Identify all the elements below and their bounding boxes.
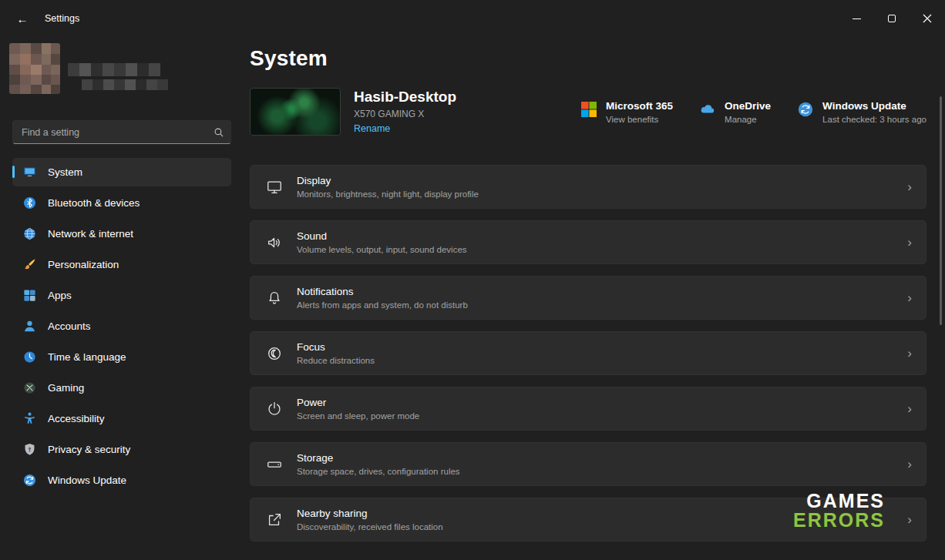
chevron-right-icon: › <box>907 236 912 249</box>
search-input[interactable] <box>22 127 214 138</box>
settings-row-focus[interactable]: Focus Reduce distractions › <box>250 331 927 375</box>
row-title: Power <box>297 397 419 408</box>
windows-update-card[interactable]: Windows Update Last checked: 3 hours ago <box>797 100 927 124</box>
onedrive-card[interactable]: OneDrive Manage <box>699 100 771 124</box>
bluetooth-icon <box>22 196 37 211</box>
quick-links: Microsoft 365 View benefits OneDrive Man… <box>580 100 927 124</box>
windows-update-icon <box>797 101 814 118</box>
close-icon <box>923 14 932 23</box>
nearby-sharing-icon <box>265 511 284 529</box>
row-subtitle: Alerts from apps and system, do not dist… <box>297 300 468 310</box>
row-title: Storage <box>297 452 460 464</box>
rename-link[interactable]: Rename <box>354 123 390 134</box>
accessibility-icon <box>22 411 37 427</box>
settings-row-notifications[interactable]: Notifications Alerts from apps and syste… <box>250 276 927 320</box>
page-title: System <box>250 46 927 71</box>
sidebar-item-time-language[interactable]: Time & language <box>12 343 231 371</box>
vertical-scrollbar[interactable] <box>940 96 942 325</box>
maximize-icon <box>888 15 896 22</box>
sidebar-item-label: Gaming <box>48 382 84 394</box>
notifications-icon <box>265 289 284 307</box>
settings-row-sound[interactable]: Sound Volume levels, output, input, soun… <box>250 220 927 264</box>
sidebar-item-label: Apps <box>48 290 72 301</box>
settings-row-display[interactable]: Display Monitors, brightness, night ligh… <box>250 165 927 209</box>
sidebar-item-label: Time & language <box>48 351 126 363</box>
quick-link-subtitle: View benefits <box>606 115 673 124</box>
quick-link-title: Windows Update <box>822 100 927 112</box>
content-area: System Bluetooth & devices Network & int… <box>0 37 945 560</box>
main-panel: System Hasib-Desktop X570 GAMING X Renam… <box>244 37 945 560</box>
storage-icon <box>265 455 284 474</box>
sidebar-item-label: Bluetooth & devices <box>48 197 140 209</box>
focus-icon <box>265 344 284 363</box>
personalization-icon <box>22 257 37 273</box>
sidebar-item-label: Network & internet <box>48 228 133 240</box>
row-subtitle: Volume levels, output, input, sound devi… <box>297 245 467 254</box>
accounts-icon <box>22 319 37 334</box>
minimize-button[interactable] <box>839 0 874 37</box>
window-title: Settings <box>45 13 79 24</box>
sidebar-item-label: System <box>48 166 82 178</box>
sidebar-item-personalization[interactable]: Personalization <box>12 250 231 279</box>
device-header: Hasib-Desktop X570 GAMING X Rename Micro… <box>250 88 927 136</box>
sidebar-item-label: Personalization <box>48 259 119 270</box>
quick-link-title: Microsoft 365 <box>606 100 673 112</box>
row-title: Nearby sharing <box>297 508 443 519</box>
privacy-icon <box>22 442 37 458</box>
chevron-right-icon: › <box>907 291 912 304</box>
settings-rows: Display Monitors, brightness, night ligh… <box>250 165 927 542</box>
apps-icon <box>22 288 37 303</box>
row-subtitle: Reduce distractions <box>297 356 375 365</box>
minimize-icon <box>853 18 861 19</box>
row-subtitle: Screen and sleep, power mode <box>297 411 419 421</box>
search-icon <box>214 127 224 138</box>
close-button[interactable] <box>910 0 945 37</box>
titlebar: ← Settings <box>0 0 945 37</box>
chevron-right-icon: › <box>907 513 912 526</box>
system-icon <box>22 165 37 180</box>
sidebar-item-apps[interactable]: Apps <box>12 281 231 310</box>
power-icon <box>265 400 284 418</box>
row-title: Focus <box>297 341 375 353</box>
search-box <box>12 120 231 144</box>
settings-row-storage[interactable]: Storage Storage space, drives, configura… <box>250 442 927 486</box>
sidebar-item-label: Privacy & security <box>48 444 130 455</box>
device-model: X570 GAMING X <box>354 109 520 119</box>
sidebar-item-accessibility[interactable]: Accessibility <box>12 404 231 433</box>
settings-row-nearby-sharing[interactable]: Nearby sharing Discoverability, received… <box>250 498 927 542</box>
back-button[interactable]: ← <box>9 7 35 30</box>
sidebar-item-windows-update[interactable]: Windows Update <box>12 466 231 495</box>
time-language-icon <box>22 350 37 365</box>
user-profile <box>12 43 231 108</box>
chevron-right-icon: › <box>907 347 912 360</box>
sidebar-nav: System Bluetooth & devices Network & int… <box>12 158 231 495</box>
row-title: Display <box>297 175 479 186</box>
row-subtitle: Discoverability, received files location <box>297 522 443 531</box>
onedrive-icon <box>699 101 716 118</box>
quick-link-subtitle: Last checked: 3 hours ago <box>822 115 927 124</box>
user-name-redacted <box>68 63 183 92</box>
chevron-right-icon: › <box>907 458 912 471</box>
network-icon <box>22 226 37 242</box>
row-title: Notifications <box>297 286 468 297</box>
sidebar-item-privacy-security[interactable]: Privacy & security <box>12 435 231 464</box>
microsoft-365-icon <box>580 101 597 118</box>
user-avatar <box>9 43 60 94</box>
row-subtitle: Monitors, brightness, night light, displ… <box>297 189 479 199</box>
sidebar-item-bluetooth-devices[interactable]: Bluetooth & devices <box>12 189 231 217</box>
device-info: Hasib-Desktop X570 GAMING X Rename <box>354 89 520 135</box>
sidebar-item-label: Accessibility <box>48 413 105 424</box>
sidebar-item-system[interactable]: System <box>12 158 231 186</box>
row-subtitle: Storage space, drives, configuration rul… <box>297 467 460 476</box>
maximize-button[interactable] <box>874 0 910 37</box>
device-name: Hasib-Desktop <box>354 89 520 106</box>
sidebar-item-accounts[interactable]: Accounts <box>12 312 231 340</box>
microsoft-365-card[interactable]: Microsoft 365 View benefits <box>580 100 673 124</box>
sidebar-item-network-internet[interactable]: Network & internet <box>12 220 231 248</box>
sidebar-item-gaming[interactable]: Gaming <box>12 374 231 402</box>
quick-link-title: OneDrive <box>725 100 771 112</box>
sidebar-item-label: Windows Update <box>48 474 126 486</box>
settings-row-power[interactable]: Power Screen and sleep, power mode › <box>250 387 927 431</box>
sidebar: System Bluetooth & devices Network & int… <box>0 37 244 560</box>
row-title: Sound <box>297 230 467 242</box>
